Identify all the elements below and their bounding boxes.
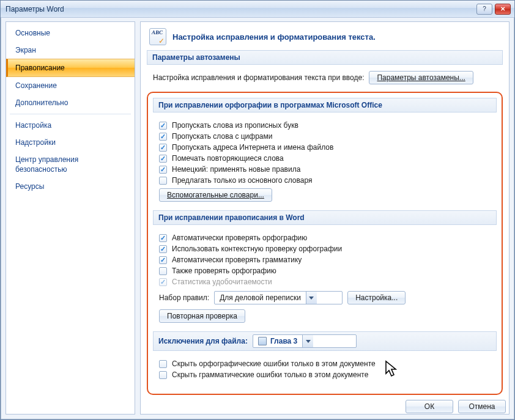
help-icon: ?	[483, 6, 486, 12]
section-autocorrect: Настройка исправления и форматирования т…	[147, 70, 503, 90]
check-spell-auto-label: Автоматически проверять орфографию	[172, 234, 307, 242]
document-icon	[258, 337, 267, 345]
chevron-down-icon	[302, 335, 313, 347]
check-internet[interactable]	[159, 144, 167, 152]
check-row-digits: Пропускать слова с цифрами	[159, 132, 493, 141]
window-title: Параметры Word	[4, 5, 476, 13]
check-row-hide-spell: Скрыть орфографические ошибки только в э…	[159, 359, 493, 368]
check-also-spell-label: Также проверять орфографию	[172, 267, 276, 275]
exceptions-label: Исключения для файла:	[158, 337, 248, 345]
heading-autocorrect: Параметры автозамены	[147, 50, 503, 65]
content-pane: Настройка исправления и форматирования т…	[140, 21, 509, 414]
check-german-label: Немецкий: применять новые правила	[172, 165, 300, 174]
check-row-repeated: Помечать повторяющиеся слова	[159, 154, 493, 163]
check-row-german: Немецкий: применять новые правила	[159, 165, 493, 174]
check-digits-label: Пропускать слова с цифрами	[172, 132, 272, 141]
ruleset-label: Набор правил:	[159, 293, 209, 302]
page-title: Настройка исправления и форматирования т…	[172, 32, 376, 42]
check-hide-spell[interactable]	[159, 360, 167, 368]
word-options-window: Параметры Word ? ✕ Основные Экран Правоп…	[0, 0, 515, 420]
sidebar-item-save[interactable]: Сохранение	[6, 77, 135, 94]
chevron-down-icon	[306, 292, 317, 304]
recheck-button[interactable]: Повторная проверка	[159, 309, 245, 323]
autocorrect-options-button[interactable]: Параметры автозамены...	[369, 71, 473, 84]
proofing-highlight-box: При исправлении орфографии в программах …	[147, 92, 503, 395]
check-also-spell[interactable]	[159, 267, 167, 275]
check-spell-auto[interactable]	[159, 234, 167, 242]
heading-exceptions: Исключения для файла: Глава 3	[153, 331, 497, 351]
autocorrect-intro: Настройка исправления и форматирования т…	[153, 73, 364, 82]
heading-word-spelling: При исправлении правописания в Word	[153, 210, 497, 225]
check-row-spell-auto: Автоматически проверять орфографию	[159, 234, 493, 242]
category-sidebar: Основные Экран Правописание Сохранение Д…	[6, 21, 135, 414]
check-maindict[interactable]	[159, 177, 167, 185]
check-uppercase-label: Пропускать слова из прописных букв	[172, 121, 298, 130]
titlebar: Параметры Word ? ✕	[1, 1, 514, 18]
sidebar-item-general[interactable]: Основные	[6, 24, 135, 42]
check-hide-spell-label: Скрыть орфографические ошибки только в э…	[172, 359, 376, 368]
check-german[interactable]	[159, 166, 167, 174]
exceptions-file-select[interactable]: Глава 3	[253, 334, 357, 348]
check-row-internet: Пропускать адреса Интернета и имена файл…	[159, 143, 493, 152]
custom-dictionaries-button[interactable]: Вспомогательные словари...	[159, 188, 272, 202]
exceptions-file-value: Глава 3	[270, 337, 297, 345]
check-uppercase[interactable]	[159, 122, 167, 130]
check-digits[interactable]	[159, 133, 167, 141]
sidebar-item-resources[interactable]: Ресурсы	[6, 178, 135, 195]
check-repeated-label: Помечать повторяющиеся слова	[172, 154, 284, 163]
recheck-label: Повторная проверка	[167, 312, 237, 320]
sidebar-item-customize[interactable]: Настройка	[6, 117, 135, 134]
check-row-grammar-auto: Автоматически проверять грамматику	[159, 256, 493, 264]
check-row-maindict: Предлагать только из основного словаря	[159, 176, 493, 185]
section-word-spelling: Автоматически проверять орфографию Испол…	[153, 230, 497, 331]
page-header: Настройка исправления и форматирования т…	[147, 27, 503, 50]
section-office-spelling: Пропускать слова из прописных букв Пропу…	[153, 117, 497, 210]
check-readability	[159, 278, 167, 286]
ruleset-value: Для деловой переписки	[220, 293, 301, 302]
check-row-also-spell: Также проверять орфографию	[159, 267, 493, 275]
check-contextual-label: Использовать контекстную проверку орфогр…	[172, 245, 342, 253]
check-row-contextual: Использовать контекстную проверку орфогр…	[159, 245, 493, 253]
check-hide-grammar[interactable]	[159, 371, 167, 379]
check-row-readability: Статистика удобочитаемости	[159, 278, 493, 286]
sidebar-item-advanced[interactable]: Дополнительно	[6, 94, 135, 111]
check-contextual[interactable]	[159, 245, 167, 253]
dialog-body: Основные Экран Правописание Сохранение Д…	[1, 18, 514, 419]
sidebar-item-proofing[interactable]: Правописание	[6, 59, 135, 77]
check-internet-label: Пропускать адреса Интернета и имена файл…	[172, 143, 333, 152]
check-hide-grammar-label: Скрыть грамматические ошибки только в эт…	[172, 370, 368, 379]
sidebar-item-trust[interactable]: Центр управления безопасностью	[6, 151, 135, 178]
sidebar-separator	[10, 114, 131, 114]
check-maindict-label: Предлагать только из основного словаря	[172, 176, 312, 185]
sidebar-item-addins[interactable]: Надстройки	[6, 134, 135, 151]
cancel-button[interactable]: Отмена	[458, 400, 506, 413]
section-exceptions: Скрыть орфографические ошибки только в э…	[153, 356, 497, 388]
help-button[interactable]: ?	[476, 4, 492, 15]
custom-dictionaries-label: Вспомогательные словари...	[167, 191, 264, 199]
check-readability-label: Статистика удобочитаемости	[172, 278, 272, 286]
check-row-uppercase: Пропускать слова из прописных букв	[159, 121, 493, 130]
grammar-settings-button[interactable]: Настройка...	[347, 291, 406, 304]
check-grammar-auto[interactable]	[159, 256, 167, 264]
window-buttons: ? ✕	[476, 4, 511, 15]
dialog-footer: ОК Отмена	[406, 400, 506, 413]
ruleset-select[interactable]: Для деловой переписки	[214, 291, 343, 304]
grammar-settings-label: Настройка...	[355, 293, 398, 302]
check-row-hide-grammar: Скрыть грамматические ошибки только в эт…	[159, 370, 493, 379]
heading-office-spelling: При исправлении орфографии в программах …	[153, 98, 497, 112]
ok-label: ОК	[424, 402, 434, 411]
check-repeated[interactable]	[159, 155, 167, 163]
sidebar-item-display[interactable]: Экран	[6, 42, 135, 59]
check-grammar-auto-label: Автоматически проверять грамматику	[172, 256, 302, 264]
close-button[interactable]: ✕	[495, 4, 511, 15]
cancel-label: Отмена	[469, 402, 495, 411]
ok-button[interactable]: ОК	[406, 400, 453, 413]
abc-check-icon	[149, 28, 166, 45]
close-icon: ✕	[500, 6, 505, 12]
autocorrect-options-label: Параметры автозамены...	[377, 73, 465, 82]
